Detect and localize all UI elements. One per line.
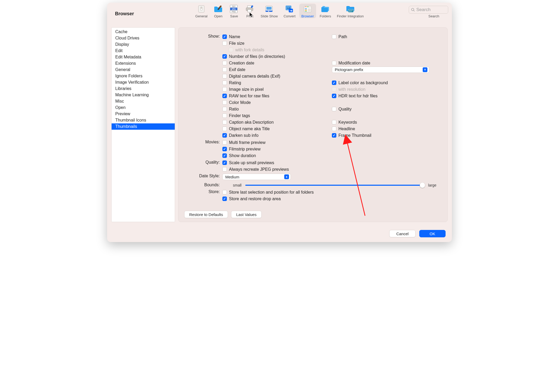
- cb-image-size[interactable]: [222, 87, 227, 92]
- svg-point-21: [306, 6, 307, 7]
- cb-filmstrip[interactable]: [222, 147, 227, 151]
- svg-rect-2: [201, 7, 202, 9]
- sidebar-item-display[interactable]: Display: [112, 41, 175, 48]
- cb-caption[interactable]: [222, 120, 227, 124]
- toolbar-item-open[interactable]: Open: [211, 4, 225, 18]
- cb-file-size[interactable]: [222, 41, 227, 46]
- select-date-style[interactable]: Medium: [222, 174, 291, 180]
- sidebar-item-edit-metadata[interactable]: Edit Metadata: [112, 54, 175, 60]
- file-formats-icon: TiFFJPGPNG: [229, 4, 239, 14]
- cb-num-files[interactable]: [222, 54, 227, 59]
- sidebar-item-cache[interactable]: Cache: [112, 29, 175, 35]
- sidebar-item-machine-learning[interactable]: Machine Learning: [112, 92, 175, 98]
- cb-with-resolution: [332, 87, 336, 92]
- cb-ratio[interactable]: [222, 107, 227, 111]
- cancel-button[interactable]: Cancel: [389, 230, 416, 237]
- cb-rating[interactable]: [222, 81, 227, 85]
- preferences-window: Browser General Open TiFFJPGPNG: [107, 3, 452, 242]
- label-date-style: Date Style:: [184, 173, 222, 182]
- sidebar-item-thumbnail-icons[interactable]: Thumbnail Icons: [112, 117, 175, 123]
- svg-text:JPG: JPG: [232, 8, 236, 10]
- search-input[interactable]: Search: [409, 6, 448, 14]
- sidebar-item-libraries[interactable]: Libraries: [112, 86, 175, 92]
- sidebar-item-ignore-folders[interactable]: Ignore Folders: [112, 73, 175, 79]
- slider-thumb[interactable]: [420, 183, 425, 188]
- window-title: Browser: [115, 11, 134, 17]
- toolbar-item-finder-integration[interactable]: EXT Finder Integration: [335, 4, 366, 18]
- sidebar-item-image-verification[interactable]: Image Verification: [112, 79, 175, 86]
- label-quality: Quality:: [184, 159, 222, 173]
- cb-darken[interactable]: [222, 133, 227, 138]
- ok-button[interactable]: OK: [419, 230, 446, 237]
- cb-color-mode[interactable]: [222, 100, 227, 105]
- cb-multi-frame[interactable]: [222, 140, 227, 145]
- cb-store-selection[interactable]: [222, 190, 227, 194]
- cb-store-drop-area[interactable]: [222, 197, 227, 201]
- browser-window-icon: [303, 4, 313, 14]
- cb-quality[interactable]: [332, 107, 336, 111]
- svg-point-22: [307, 6, 308, 7]
- cb-headline[interactable]: [332, 127, 336, 131]
- titlebar: Browser General Open TiFFJPGPNG: [107, 3, 452, 24]
- cb-raw-text[interactable]: [222, 94, 227, 98]
- svg-rect-13: [266, 7, 272, 10]
- svg-text:EXT: EXT: [349, 10, 353, 12]
- chevrons-icon: [284, 174, 289, 179]
- toolbar-item-folders[interactable]: Folders: [318, 4, 333, 18]
- toolbar-item-save[interactable]: TiFFJPGPNG Save: [227, 4, 241, 18]
- svg-point-20: [305, 6, 306, 7]
- cb-label-bg[interactable]: [332, 81, 336, 85]
- folder-brush-icon: [213, 4, 223, 14]
- sidebar-item-edit[interactable]: Edit: [112, 48, 175, 54]
- toolbar: General Open TiFFJPGPNG Save: [193, 4, 366, 18]
- slider-label-large: large: [428, 183, 436, 187]
- svg-rect-26: [308, 8, 311, 12]
- cb-creation-date[interactable]: [222, 61, 227, 65]
- switch-icon: [196, 4, 206, 14]
- cb-path[interactable]: [332, 34, 336, 39]
- svg-text:TiFF: TiFF: [232, 6, 236, 7]
- svg-rect-24: [305, 10, 307, 11]
- svg-rect-11: [248, 9, 251, 12]
- label-movies: Movies:: [184, 139, 222, 159]
- cb-keywords[interactable]: [332, 120, 336, 124]
- cb-name[interactable]: [222, 34, 227, 39]
- sidebar-item-thumbnails[interactable]: Thumbnails: [112, 123, 175, 130]
- cb-frame-thumbnail[interactable]: [332, 133, 336, 138]
- cb-digital-camera[interactable]: [222, 74, 227, 78]
- cb-scale-up[interactable]: [222, 160, 227, 165]
- restore-defaults-button[interactable]: Restore to Defaults: [184, 211, 228, 218]
- svg-line-30: [414, 11, 415, 11]
- cb-recreate-jpeg[interactable]: [222, 167, 227, 172]
- folder-ext-icon: EXT: [345, 4, 355, 14]
- toolbar-item-browser[interactable]: Browser: [299, 4, 316, 18]
- last-values-button[interactable]: Last Values: [231, 211, 261, 218]
- sidebar-item-open[interactable]: Open: [112, 104, 175, 111]
- sidebar-item-misc[interactable]: Misc: [112, 98, 175, 104]
- search-caption: Search: [428, 14, 439, 18]
- cb-show-duration[interactable]: [222, 153, 227, 158]
- svg-rect-25: [305, 11, 307, 12]
- sidebar: Cache Cloud Drives Display Edit Edit Met…: [111, 27, 175, 222]
- sidebar-item-cloud-drives[interactable]: Cloud Drives: [112, 35, 175, 41]
- select-pictogram[interactable]: Pictogram prefix: [332, 67, 429, 73]
- toolbar-item-convert[interactable]: Convert: [281, 4, 298, 18]
- toolbar-item-general[interactable]: General: [193, 4, 209, 18]
- cb-modification-date[interactable]: [332, 61, 336, 65]
- toolbar-item-slideshow[interactable]: Slide Show: [258, 4, 280, 18]
- cb-exif-date[interactable]: [222, 67, 227, 72]
- sidebar-item-preview[interactable]: Preview: [112, 111, 175, 117]
- label-store: Store:: [184, 189, 222, 202]
- bounds-slider[interactable]: [245, 185, 425, 186]
- settings-pane: Show: Name File size with fork details N…: [178, 27, 448, 222]
- svg-text:PNG: PNG: [232, 11, 236, 13]
- sidebar-item-extensions[interactable]: Extensions: [112, 60, 175, 67]
- cb-fork-details: [229, 48, 233, 52]
- sidebar-item-general[interactable]: General: [112, 67, 175, 73]
- toolbar-item-print[interactable]: Print: [243, 4, 257, 18]
- search-icon: [411, 8, 415, 12]
- printer-icon: [245, 4, 255, 14]
- cb-hdr-text[interactable]: [332, 94, 336, 98]
- cb-object-name[interactable]: [222, 127, 227, 131]
- cb-finder-tags[interactable]: [222, 113, 227, 118]
